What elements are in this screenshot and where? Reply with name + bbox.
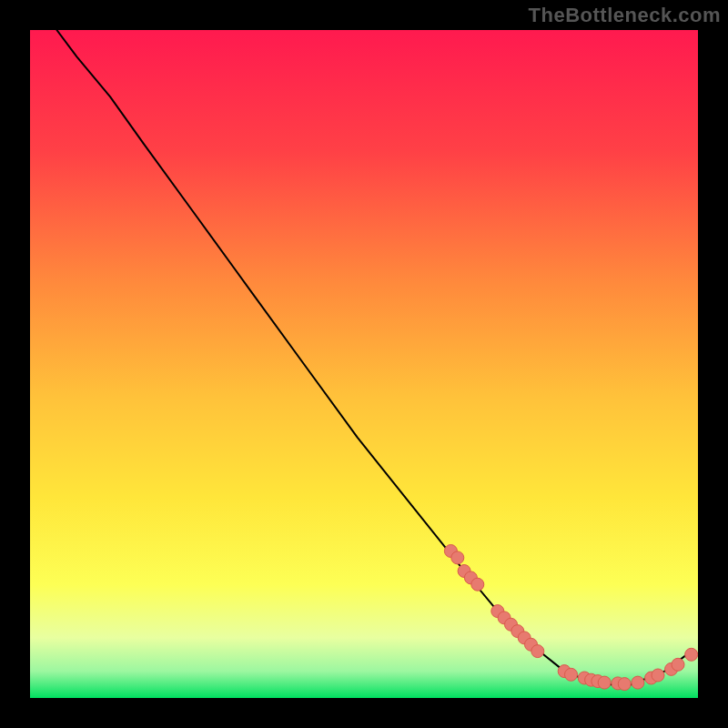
data-point [451, 551, 464, 564]
data-point [525, 638, 538, 651]
bottleneck-curve [56, 30, 691, 684]
data-point [505, 618, 518, 631]
data-point [471, 578, 484, 591]
data-point [464, 571, 477, 584]
data-point [558, 665, 571, 678]
gradient-background [30, 30, 698, 698]
data-point [645, 672, 658, 684]
data-point [672, 658, 684, 671]
data-point [632, 676, 644, 689]
data-point [518, 632, 531, 644]
data-point [665, 662, 678, 675]
data-point [585, 673, 598, 686]
data-point [592, 675, 604, 688]
data-point [612, 677, 624, 690]
data-point [685, 648, 698, 661]
data-point [578, 672, 591, 684]
data-point [511, 625, 524, 638]
chart-svg [30, 30, 698, 698]
data-point [652, 669, 664, 682]
data-point [491, 605, 504, 618]
data-point [444, 545, 457, 558]
data-point [531, 645, 544, 658]
watermark-text: TheBottleneck.com [529, 4, 721, 27]
marker-group [444, 545, 697, 691]
data-point [458, 565, 470, 578]
data-point [618, 678, 631, 691]
chart-root: TheBottleneck.com [0, 0, 728, 728]
data-point [498, 612, 511, 624]
data-point [565, 668, 578, 681]
plot-area [30, 30, 698, 698]
data-point [598, 676, 611, 689]
